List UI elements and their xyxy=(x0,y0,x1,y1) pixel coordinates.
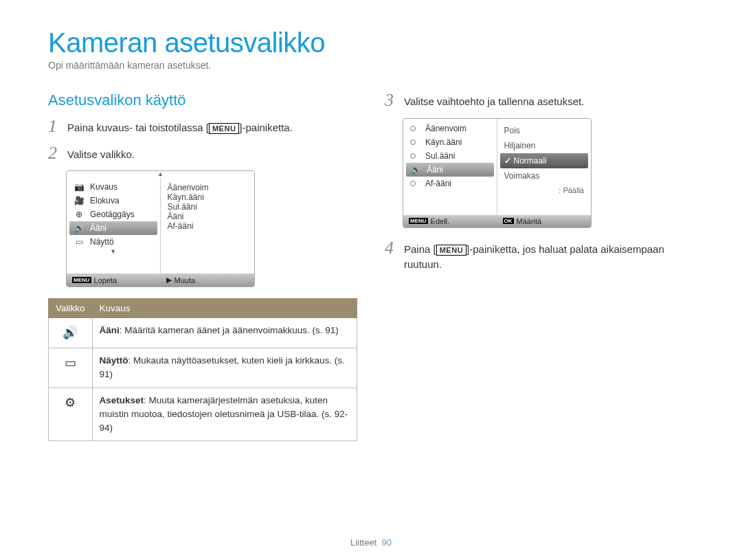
lcd-footer-right: OK Määritä xyxy=(497,215,592,227)
step-number: 2 xyxy=(48,144,60,162)
step-3: 3 Valitse vaihtoehto ja tallenna asetuks… xyxy=(385,91,694,110)
step-text: Paina [ xyxy=(404,243,436,255)
menu-button-label: MENU xyxy=(209,123,239,134)
ok-tag-icon: OK xyxy=(503,218,514,224)
lcd-footer-left: MENU Lopeta xyxy=(67,273,161,287)
page-number: 90 xyxy=(382,537,392,548)
menu-item-aani-selected: 🔊 Ääni xyxy=(69,221,157,235)
video-icon: 🎥 xyxy=(74,196,85,205)
page-subtitle: Opi määrittämään kameran asetukset. xyxy=(48,60,694,71)
option-voimakas: Voimakas xyxy=(497,168,592,183)
submenu-item: Käyn.ääni xyxy=(403,135,497,149)
step-text: Valitse vaihtoehto ja tallenna asetukset… xyxy=(404,91,694,110)
menu-description-table: Valikko Kuvaus 🔊 Ääni: Määritä kameran ä… xyxy=(48,298,357,441)
option-normaali-selected: ✓Normaali xyxy=(500,153,589,168)
menu-tag-icon: MENU xyxy=(409,218,428,224)
submenu-item-selected: 🔊Ääni xyxy=(406,163,494,177)
submenu-item: Äänenvoim xyxy=(168,183,248,192)
submenu-item: Af-ääni xyxy=(403,177,497,190)
submenu-item: Äänenvoim xyxy=(403,122,497,135)
step-text: Valitse valikko. xyxy=(67,144,357,163)
page-title: Kameran asetusvalikko xyxy=(48,27,694,58)
globe-icon: ⊕ xyxy=(74,210,85,219)
step-text: ]-painiketta. xyxy=(239,122,293,133)
menu-item-naytto: ▭ Näyttö xyxy=(67,235,160,249)
table-row: ⚙ Asetukset: Muuta kamerajärjestelmän as… xyxy=(49,388,357,441)
display-icon: ▭ xyxy=(49,348,93,388)
step-number: 4 xyxy=(385,239,397,257)
step-number: 1 xyxy=(48,117,60,135)
lcd-footer-left: MENU Edell. xyxy=(403,215,497,227)
lcd-footer-right: ▶ Muuta xyxy=(161,273,255,287)
menu-button-label: MENU xyxy=(436,245,466,256)
step-1: 1 Paina kuvaus- tai toistotilassa [MENU]… xyxy=(48,117,357,136)
step-4: 4 Paina [MENU]-painiketta, jos haluat pa… xyxy=(385,239,694,273)
submenu-item: Sul.ääni xyxy=(168,202,248,212)
menu-tag-icon: MENU xyxy=(72,277,91,283)
table-head-desc: Kuvaus xyxy=(92,299,357,318)
camera-icon: 📷 xyxy=(74,182,85,192)
option-pois: Pois xyxy=(497,123,592,138)
page-footer: Liitteet 90 xyxy=(0,537,742,548)
status-text: : Päällä xyxy=(497,183,592,194)
table-row: 🔊 Ääni: Määritä kameran äänet ja äänenvo… xyxy=(49,318,357,348)
submenu-item: Sul.ääni xyxy=(403,149,497,163)
submenu-item: Käyn.ääni xyxy=(168,192,248,202)
section-heading: Asetusvalikon käyttö xyxy=(48,91,357,109)
sound-icon: 🔊 xyxy=(74,223,85,233)
menu-item-kuvaus: 📷 Kuvaus xyxy=(67,180,160,194)
check-icon: ✓ xyxy=(504,156,511,166)
sound-icon: 🔊 xyxy=(49,318,93,348)
step-number: 3 xyxy=(385,91,397,109)
option-hiljainen: Hiljainen xyxy=(497,138,592,153)
table-head-menu: Valikko xyxy=(49,299,93,318)
submenu-item: Af-ääni xyxy=(168,221,248,231)
menu-item-geotag: ⊕ Geotäggäys xyxy=(67,208,160,221)
step-text: Paina kuvaus- tai toistotilassa [ xyxy=(67,122,209,133)
camera-menu-screenshot-2: Äänenvoim Käyn.ääni Sul.ääni 🔊Ääni Af-ää… xyxy=(403,118,592,228)
step-2: 2 Valitse valikko. xyxy=(48,144,357,163)
sound-icon: 🔊 xyxy=(410,165,421,175)
camera-menu-screenshot-1: ▲ 📷 Kuvaus 🎥 Elokuva ⊕ Geotäg xyxy=(66,170,255,287)
table-row: ▭ Näyttö: Mukauta näyttöasetukset, kuten… xyxy=(49,348,357,388)
menu-item-elokuva: 🎥 Elokuva xyxy=(67,194,160,208)
display-icon: ▭ xyxy=(74,237,85,247)
submenu-item: Ääni xyxy=(168,212,248,221)
gear-icon: ⚙ xyxy=(49,388,93,441)
